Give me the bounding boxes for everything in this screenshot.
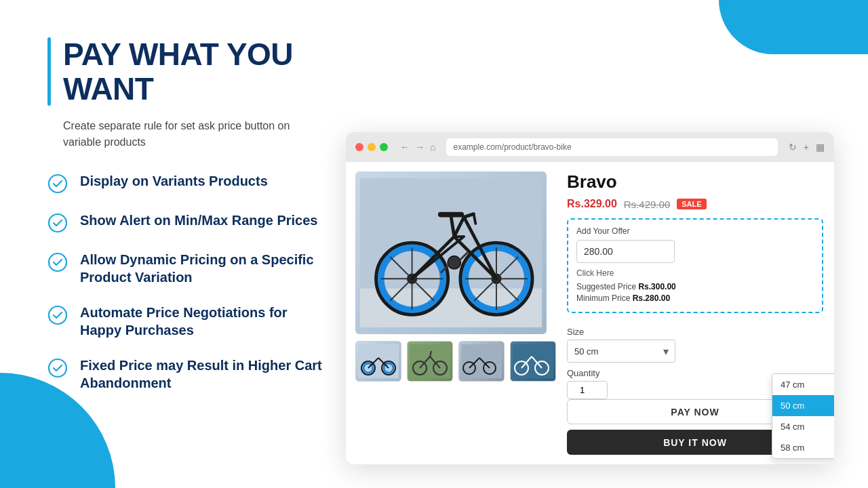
thumbnail-4[interactable] — [510, 341, 556, 382]
check-circle-icon-3 — [47, 252, 68, 272]
browser-bar: ← → ⌂ example.com/product/bravo-bike ↻ +… — [346, 132, 834, 162]
qty-input[interactable] — [567, 381, 608, 399]
subtitle: Create separate rule for set ask price b… — [63, 118, 326, 150]
size-selector-wrapper: 47 cm 50 cm 54 cm 58 cm ▾ — [567, 340, 675, 363]
suggested-price: Suggested Price Rs.300.00 — [576, 282, 814, 291]
add-tab-icon[interactable]: + — [804, 142, 809, 152]
check-circle-icon-4 — [47, 305, 68, 325]
address-text: example.com/product/bravo-bike — [453, 142, 571, 152]
svg-rect-31 — [438, 212, 464, 218]
left-panel: PAY WHAT YOU WANT Create separate rule f… — [0, 0, 366, 488]
price-row: Rs.329.00 Rs.429.00 SALE — [567, 198, 823, 210]
thumbnail-1[interactable] — [355, 341, 401, 382]
minimum-price: Minimum Price Rs.280.00 — [576, 293, 814, 303]
dot-yellow[interactable] — [368, 143, 376, 151]
more-icon[interactable]: ▦ — [816, 142, 825, 152]
feature-item-variants: Display on Variants Products — [47, 172, 326, 194]
check-circle-icon — [47, 174, 68, 194]
svg-point-32 — [448, 256, 460, 269]
sale-badge: SALE — [677, 199, 706, 209]
feature-text-fixed: Fixed Price may Result in Higher Cart Ab… — [80, 357, 326, 392]
bike-illustration — [359, 178, 542, 327]
thumbnail-2[interactable] — [407, 341, 453, 382]
svg-point-3 — [49, 306, 66, 324]
size-option-47[interactable]: 47 cm — [772, 374, 834, 395]
feature-item-fixed: Fixed Price may Result in Higher Cart Ab… — [47, 357, 326, 392]
suggested-price-value: Rs.300.00 — [638, 282, 675, 291]
svg-point-2 — [49, 253, 66, 271]
size-option-54[interactable]: 54 cm — [772, 416, 834, 437]
price-old: Rs.429.00 — [624, 199, 670, 210]
browser-dots — [355, 143, 388, 151]
svg-point-0 — [49, 175, 66, 192]
check-circle-icon-5 — [47, 358, 68, 378]
dot-red[interactable] — [355, 143, 363, 151]
browser-nav: ← → ⌂ — [400, 142, 435, 152]
title-block: PAY WHAT YOU WANT — [47, 37, 326, 106]
size-option-58[interactable]: 58 cm — [772, 437, 834, 458]
product-images — [346, 162, 556, 464]
click-here-link[interactable]: Click Here — [576, 268, 814, 278]
feature-text-dynamic: Allow Dynamic Pricing on a Specific Prod… — [80, 251, 326, 286]
feature-text-alert: Show Alert on Min/Max Range Prices — [80, 211, 317, 229]
main-product-image — [355, 171, 547, 334]
address-bar[interactable]: example.com/product/bravo-bike — [446, 138, 777, 156]
size-label: Size — [567, 327, 823, 337]
features-list: Display on Variants Products Show Alert … — [47, 172, 326, 392]
browser-actions: ↻ + ▦ — [789, 142, 825, 152]
size-select[interactable]: 47 cm 50 cm 54 cm 58 cm — [567, 340, 675, 363]
feature-item-negotiate: Automate Price Negotiations for Happy Pu… — [47, 304, 326, 339]
browser-content: Bravo Rs.329.00 Rs.429.00 SALE Add Your … — [346, 162, 834, 464]
minimum-price-value: Rs.280.00 — [633, 293, 670, 303]
feature-item-dynamic: Allow Dynamic Pricing on a Specific Prod… — [47, 251, 326, 286]
svg-point-1 — [49, 214, 66, 232]
main-title: PAY WHAT YOU WANT — [63, 37, 326, 106]
check-circle-icon-2 — [47, 213, 68, 233]
size-option-50[interactable]: 50 cm — [772, 395, 834, 416]
dot-green[interactable] — [380, 143, 388, 151]
thumbnail-3[interactable] — [458, 341, 505, 382]
product-details: Bravo Rs.329.00 Rs.429.00 SALE Add Your … — [556, 162, 834, 464]
offer-box: Add Your Offer Click Here Suggested Pric… — [567, 218, 823, 313]
feature-text-variants: Display on Variants Products — [80, 172, 268, 190]
deco-top-right — [719, 0, 868, 54]
browser-mockup: ← → ⌂ example.com/product/bravo-bike ↻ +… — [346, 132, 834, 464]
home-button[interactable]: ⌂ — [430, 142, 435, 152]
price-current: Rs.329.00 — [567, 198, 617, 210]
size-dropdown-overlay: 47 cm 50 cm 54 cm 58 cm — [772, 373, 834, 459]
feature-text-negotiate: Automate Price Negotiations for Happy Pu… — [80, 304, 326, 339]
refresh-icon[interactable]: ↻ — [789, 142, 797, 152]
offer-label: Add Your Offer — [576, 226, 814, 236]
suggested-price-label: Suggested Price — [576, 282, 636, 291]
svg-point-4 — [49, 359, 66, 377]
title-bar — [47, 37, 51, 106]
minimum-price-label: Minimum Price — [576, 293, 630, 303]
svg-rect-6 — [360, 178, 542, 295]
product-name: Bravo — [567, 171, 823, 192]
feature-item-alert: Show Alert on Min/Max Range Prices — [47, 211, 326, 233]
forward-button[interactable]: → — [415, 142, 425, 152]
thumbnails — [355, 341, 547, 382]
back-button[interactable]: ← — [400, 142, 410, 152]
offer-input[interactable] — [576, 240, 675, 263]
